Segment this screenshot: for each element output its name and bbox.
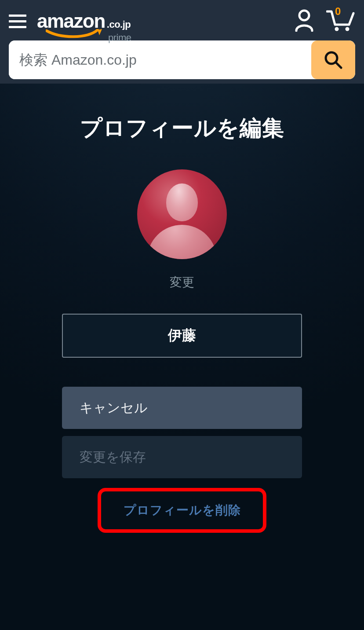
profile-avatar[interactable] (137, 169, 227, 259)
menu-button[interactable] (9, 15, 26, 28)
profile-name-input[interactable] (62, 314, 302, 358)
search-bar (9, 40, 355, 79)
header-left: amazon .co.jp prime (9, 11, 131, 31)
search-icon (324, 50, 343, 70)
search-button[interactable] (311, 40, 355, 79)
header-right: 0 (294, 9, 355, 33)
button-stack: キャンセル 変更を保存 (62, 387, 302, 478)
content: プロフィールを編集 変更 キャンセル 変更を保存 プロフィールを削除 (0, 84, 364, 533)
change-avatar-link[interactable]: 変更 (170, 274, 194, 291)
hamburger-bar-icon (9, 26, 26, 28)
hamburger-bar-icon (9, 20, 26, 22)
delete-profile-button[interactable]: プロフィールを削除 (98, 488, 266, 533)
amazon-logo[interactable]: amazon .co.jp prime (37, 11, 131, 31)
svg-line-4 (336, 62, 341, 68)
logo-prime: prime (108, 32, 131, 44)
cart-count-badge: 0 (335, 5, 341, 18)
cancel-button[interactable]: キャンセル (62, 387, 302, 429)
form-fields: キャンセル 変更を保存 (62, 314, 302, 478)
account-button[interactable] (294, 9, 315, 33)
search-input[interactable] (9, 40, 311, 79)
logo-tld: .co.jp (107, 19, 131, 30)
logo-text: amazon (37, 11, 105, 31)
user-icon (294, 9, 315, 32)
hamburger-bar-icon (9, 15, 26, 17)
amazon-smile-icon (46, 29, 103, 40)
save-button[interactable]: 変更を保存 (62, 436, 302, 478)
avatar-silhouette-icon (147, 225, 217, 259)
header-row: amazon .co.jp prime 0 (9, 8, 355, 34)
svg-point-1 (335, 27, 339, 31)
cart-button[interactable]: 0 (326, 9, 355, 33)
app-header: amazon .co.jp prime 0 (0, 0, 364, 84)
avatar-silhouette-icon (166, 183, 198, 221)
avatar-section: 変更 (0, 169, 364, 291)
page-title: プロフィールを編集 (0, 114, 364, 143)
delete-section: プロフィールを削除 (98, 488, 266, 533)
svg-point-0 (299, 11, 309, 20)
svg-point-2 (346, 27, 349, 31)
